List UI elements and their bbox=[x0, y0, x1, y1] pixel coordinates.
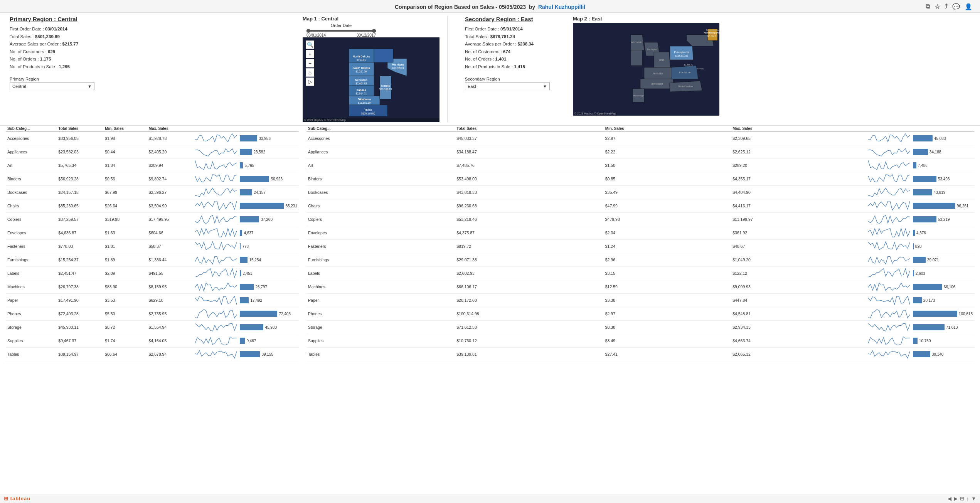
order-date-label: Order Date bbox=[331, 23, 352, 28]
table-row: Accessories $45,033.37 $2.97 $2,309.65 4… bbox=[306, 132, 974, 145]
cell-max-sales: $4,164.05 bbox=[147, 334, 194, 348]
cell-subcategory: Machines bbox=[306, 280, 455, 294]
svg-text:$76,289.61: $76,289.61 bbox=[392, 67, 404, 69]
cell-bar: 4,637 bbox=[238, 226, 299, 240]
date-slider[interactable] bbox=[306, 30, 376, 32]
svg-text:$170,188.05: $170,188.05 bbox=[361, 112, 375, 115]
svg-text:Oklahoma: Oklahoma bbox=[358, 98, 371, 101]
map-zoom-in-btn[interactable]: + bbox=[306, 50, 314, 58]
cell-min-sales: $83.90 bbox=[103, 280, 147, 294]
cell-subcategory: Chairs bbox=[306, 199, 455, 213]
cell-max-sales: $1,554.94 bbox=[147, 321, 194, 334]
cell-sparkline bbox=[867, 294, 911, 307]
share-icon[interactable]: ⤴ bbox=[945, 3, 948, 10]
cell-max-sales: $1,049.20 bbox=[731, 253, 867, 267]
cell-max-sales: $629.10 bbox=[147, 294, 194, 307]
map-zoom-out-btn[interactable]: − bbox=[306, 59, 314, 67]
nav-next-icon[interactable]: ▶ bbox=[954, 496, 958, 501]
svg-text:South Dakota: South Dakota bbox=[352, 67, 370, 69]
cell-sparkline bbox=[867, 145, 911, 159]
cell-max-sales: $289.20 bbox=[731, 159, 867, 172]
user-icon[interactable]: 👤 bbox=[965, 3, 972, 10]
star-icon[interactable]: ☆ bbox=[935, 3, 940, 10]
cell-bar: 10,760 bbox=[911, 334, 974, 348]
nav-expand-icon[interactable]: ↕ bbox=[967, 496, 969, 501]
cell-bar: 34,188 bbox=[911, 145, 974, 159]
right-data-table-section: Sub-Categ... Total Sales Min. Sales Max.… bbox=[306, 126, 974, 361]
cell-total-sales: $56,923.28 bbox=[57, 172, 103, 186]
cell-max-sales: $2,065.32 bbox=[731, 348, 867, 361]
nav-prev-icon[interactable]: ◀ bbox=[948, 496, 951, 501]
author-link[interactable]: Rahul Kuzhuppillil bbox=[538, 4, 585, 10]
table-row: Bookcases $43,819.33 $35.49 $4,404.90 43… bbox=[306, 186, 974, 199]
cell-total-sales: $45,033.37 bbox=[455, 132, 604, 145]
cell-subcategory: Art bbox=[6, 159, 57, 172]
map1-container[interactable]: North Dakota $919,91 South Dakota $1,315… bbox=[303, 37, 439, 122]
cell-subcategory: Accessories bbox=[6, 132, 57, 145]
cell-sparkline bbox=[867, 307, 911, 321]
cell-min-sales: $3.53 bbox=[103, 294, 147, 307]
comment-icon[interactable]: 💬 bbox=[952, 3, 960, 10]
cell-sparkline bbox=[194, 159, 238, 172]
map-search-btn[interactable]: 🔍 bbox=[306, 40, 314, 49]
table-row: Storage $71,612.58 $8.38 $2,934.33 71,61… bbox=[306, 321, 974, 334]
svg-text:New Hampshire: New Hampshire bbox=[704, 32, 719, 34]
col-bar-left bbox=[238, 126, 299, 132]
cell-subcategory: Bookcases bbox=[306, 186, 455, 199]
svg-marker-22 bbox=[380, 76, 391, 99]
cell-bar: 100,615 bbox=[911, 307, 974, 321]
cell-min-sales: $26.64 bbox=[103, 199, 147, 213]
cell-total-sales: $4,375.87 bbox=[455, 226, 604, 240]
cell-sparkline bbox=[194, 213, 238, 226]
cell-max-sales: $491.55 bbox=[147, 267, 194, 280]
cell-subcategory: Accessories bbox=[306, 132, 455, 145]
table-row: Art $5,765.34 $1.34 $209.94 5,765 bbox=[6, 159, 299, 172]
map-home-btn[interactable]: ⌂ bbox=[306, 68, 314, 77]
cell-bar: 71,613 bbox=[911, 321, 974, 334]
cell-bar: 85,231 bbox=[238, 199, 299, 213]
cell-sparkline bbox=[867, 240, 911, 253]
cell-max-sales: $9,892.74 bbox=[147, 172, 194, 186]
cell-bar: 43,819 bbox=[911, 186, 974, 199]
cell-max-sales: $209.94 bbox=[147, 159, 194, 172]
cell-sparkline bbox=[867, 226, 911, 240]
cell-bar: 33,956 bbox=[238, 132, 299, 145]
col-min-sales-left: Min. Sales bbox=[103, 126, 147, 132]
primary-region-dropdown[interactable]: Central ▼ bbox=[10, 82, 94, 90]
table-row: Phones $100,614.98 $2.97 $4,548.81 100,6… bbox=[306, 307, 974, 321]
table-row: Paper $20,172.60 $3.38 $447.84 20,173 bbox=[306, 294, 974, 307]
svg-text:$19,683.39: $19,683.39 bbox=[358, 101, 371, 104]
table-row: Copiers $53,219.46 $479.98 $11,199.97 53… bbox=[306, 213, 974, 226]
primary-customers: No. of Customers : 629 bbox=[10, 48, 299, 56]
cell-subcategory: Envelopes bbox=[6, 226, 57, 240]
cell-bar: 45,033 bbox=[911, 132, 974, 145]
nav-grid-icon[interactable]: ⊞ bbox=[960, 496, 964, 501]
nav-down-icon[interactable]: ▼ bbox=[971, 496, 976, 501]
cell-total-sales: $53,498.00 bbox=[455, 172, 604, 186]
chevron-down-icon-2: ▼ bbox=[543, 84, 547, 89]
svg-text:Illinois: Illinois bbox=[381, 84, 390, 87]
header-title: Comparison of Region Based on Sales - 05… bbox=[395, 4, 526, 10]
secondary-products: No. of Products in Sale : 1,415 bbox=[465, 63, 569, 71]
table-row: Copiers $37,259.57 $319.98 $17,499.95 37… bbox=[6, 213, 299, 226]
primary-stats: First Order Date : 03/01/2014 Total Sale… bbox=[6, 25, 299, 71]
cell-bar: 53,498 bbox=[911, 172, 974, 186]
secondary-orders: No. of Orders : 1,401 bbox=[465, 56, 569, 63]
map2-container[interactable]: Wisconsin Michigan Ohio Pennsylvania $11… bbox=[573, 23, 719, 116]
cell-total-sales: $100,614.98 bbox=[455, 307, 604, 321]
cell-min-sales: $1.74 bbox=[103, 334, 147, 348]
secondary-stats: First Order Date : 05/01/2014 Total Sale… bbox=[461, 25, 569, 71]
cell-min-sales: $35.49 bbox=[604, 186, 731, 199]
table-row: Machines $26,797.38 $83.90 $8,159.95 26,… bbox=[6, 280, 299, 294]
svg-text:$80,166.10: $80,166.10 bbox=[379, 88, 392, 91]
secondary-region-dropdown[interactable]: East ▼ bbox=[465, 82, 550, 90]
cell-max-sales: $11,199.97 bbox=[731, 213, 867, 226]
cell-sparkline bbox=[194, 294, 238, 307]
cell-sparkline bbox=[194, 280, 238, 294]
cell-bar: 56,923 bbox=[238, 172, 299, 186]
copy-icon[interactable]: ⧉ bbox=[926, 3, 930, 10]
map-arrow-btn[interactable]: ▷ bbox=[306, 77, 314, 86]
cell-min-sales: $1.63 bbox=[103, 226, 147, 240]
map2-title: Map 2 : East bbox=[573, 16, 974, 22]
cell-sparkline bbox=[867, 132, 911, 145]
